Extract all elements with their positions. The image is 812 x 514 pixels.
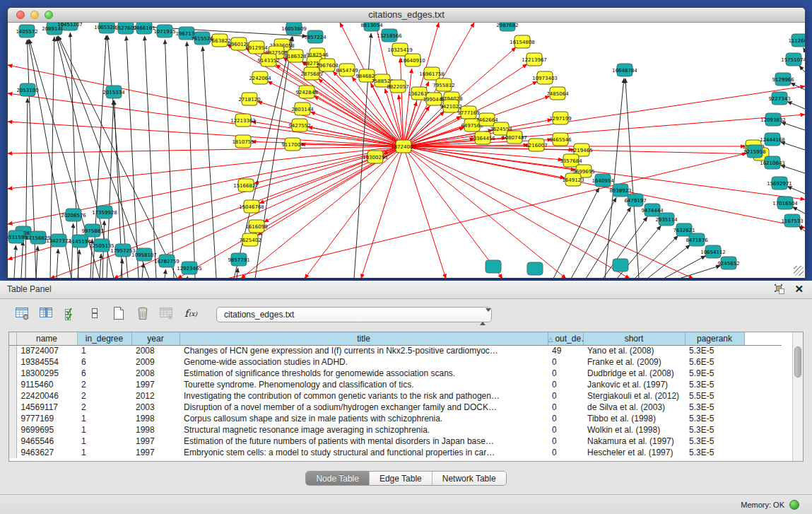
table-cell[interactable]: Disruption of a novel member of a sodium… xyxy=(180,402,548,413)
table-cell[interactable]: de Silva et al. (2003) xyxy=(583,402,685,413)
column-header-title[interactable]: title xyxy=(180,332,548,345)
table-cell[interactable]: 0 xyxy=(548,368,583,379)
table-cell[interactable]: 2 xyxy=(77,390,131,402)
table-cell[interactable]: Franke et al. (2009) xyxy=(583,356,685,368)
graph-node[interactable]: 17016504 xyxy=(772,197,798,209)
graph-node[interactable]: 15692971 xyxy=(767,177,792,189)
tab-edge-table[interactable]: Edge Table xyxy=(370,472,433,485)
table-row[interactable]: 2242004622012Investigating the contribut… xyxy=(9,390,782,402)
graph-node[interactable]: 9427552 xyxy=(288,119,310,132)
graph-node[interactable]: 7857224 xyxy=(304,30,326,43)
table-cell[interactable]: 1997 xyxy=(131,436,180,447)
table-cell[interactable]: 0 xyxy=(548,447,583,458)
table-cell[interactable]: 0 xyxy=(548,379,583,390)
graph-node[interactable]: 7485064 xyxy=(546,87,569,100)
table-cell[interactable]: 1998 xyxy=(131,424,180,436)
graph-node[interactable]: 9466161 xyxy=(133,23,155,34)
table-cell[interactable]: 9465546 xyxy=(16,436,77,447)
graph-node[interactable]: 8215958 xyxy=(743,145,765,158)
select-columns-icon[interactable] xyxy=(59,303,82,323)
table-cell[interactable]: Genome-wide association studies in ADHD. xyxy=(180,356,548,368)
table-cell[interactable]: 2008 xyxy=(131,345,180,356)
column-header-pagerank[interactable]: pagerank xyxy=(685,332,744,345)
table-cell[interactable]: 2003 xyxy=(131,402,180,413)
minimize-window-button[interactable] xyxy=(30,11,39,19)
graph-node[interactable]: 13218566 xyxy=(377,29,402,42)
table-row[interactable]: 1938455462009Genome-wide association stu… xyxy=(9,356,782,368)
table-cell[interactable]: 5.3E-5 xyxy=(685,345,744,356)
graph-node[interactable]: 16648784 xyxy=(612,64,637,76)
table-cell[interactable]: 5.3E-5 xyxy=(685,424,744,436)
table-cell[interactable]: 5.3E-5 xyxy=(685,413,744,424)
table-cell[interactable]: Corpus callosum shape and size in male p… xyxy=(180,413,548,424)
table-cell[interactable]: 5.3E-5 xyxy=(685,379,744,390)
table-cell[interactable]: 1 xyxy=(77,447,131,458)
table-cell[interactable]: Jankovic et al. (1997) xyxy=(583,379,685,390)
table-row[interactable]: 911546021997Tourette syndrome. Phenomeno… xyxy=(9,379,782,390)
table-cell[interactable]: Changes of HCN gene expression and I(f) … xyxy=(180,345,548,356)
graph-node[interactable]: 1167533 xyxy=(781,214,803,227)
table-cell[interactable]: 1 xyxy=(77,345,131,356)
table-cell[interactable]: Tourette syndrome. Phenomenology and cla… xyxy=(180,379,548,390)
graph-node[interactable]: 12213363 xyxy=(230,114,256,127)
graph-node[interactable]: 20206576 xyxy=(61,209,86,221)
table-cell[interactable]: 1 xyxy=(77,413,131,424)
table-cell[interactable]: 5.5E-5 xyxy=(685,390,744,402)
graph-node[interactable] xyxy=(486,260,501,273)
delete-trash-icon[interactable] xyxy=(131,303,154,323)
table-cell[interactable]: 9777169 xyxy=(16,413,77,424)
table-cell[interactable]: 0 xyxy=(548,402,583,413)
table-cell[interactable]: 18724007 xyxy=(16,345,77,356)
graph-node[interactable]: 8813054 xyxy=(360,23,383,31)
graph-node[interactable]: 9242848 xyxy=(295,86,317,98)
table-row[interactable]: 977716911998Corpus callosum shape and si… xyxy=(9,413,782,424)
table-cell[interactable]: 2012 xyxy=(131,390,180,402)
table-row[interactable]: 946362711997Embryonic stem cells: a mode… xyxy=(9,447,782,458)
graph-node[interactable]: 15166827 xyxy=(233,179,259,192)
network-graph-canvas[interactable]: 1872400723226058982750891433528186328918… xyxy=(8,23,805,278)
graph-node[interactable]: 8912954 xyxy=(245,41,268,54)
function-builder-icon[interactable]: f(x) xyxy=(180,303,202,323)
graph-node[interactable]: 8822057 xyxy=(387,80,408,93)
graph-node[interactable]: 1405572 xyxy=(16,25,37,37)
table-cell[interactable]: 6 xyxy=(77,368,131,379)
tab-network-table[interactable]: Network Table xyxy=(433,472,506,485)
table-cell[interactable]: 2 xyxy=(77,402,131,413)
table-cell[interactable]: Stergiakouli et al. (2012) xyxy=(583,390,685,402)
column-header-out-de-[interactable]: △out_de… xyxy=(548,332,583,345)
table-cell[interactable]: 5.3E-5 xyxy=(685,402,744,413)
table-row[interactable]: 1872400712008Changes of HCN gene express… xyxy=(9,345,782,356)
graph-node[interactable] xyxy=(613,259,628,271)
table-cell[interactable]: 9463627 xyxy=(16,447,77,458)
table-row[interactable]: 946554611997Estimation of the future num… xyxy=(9,436,782,447)
table-cell[interactable]: Structural magnetic resonance image aver… xyxy=(180,424,548,436)
graph-node[interactable]: 12923465 xyxy=(177,262,202,274)
graph-node[interactable]: 2015334 xyxy=(102,86,125,98)
table-cell[interactable]: 5.6E-5 xyxy=(685,356,744,368)
table-row[interactable]: 1456911722003Disruption of a novel membe… xyxy=(9,402,782,413)
graph-node[interactable]: 1810755 xyxy=(232,135,254,148)
close-panel-icon[interactable]: ✕ xyxy=(794,283,804,296)
table-select-dropdown[interactable]: citations_edges.txt xyxy=(216,307,492,322)
graph-node[interactable]: 9245652 xyxy=(717,257,739,269)
table-cell[interactable]: 1997 xyxy=(131,447,180,458)
graph-node[interactable]: 12213967 xyxy=(522,53,547,66)
graph-node[interactable] xyxy=(527,262,543,275)
graph-node[interactable]: 18300295 xyxy=(363,151,388,163)
new-file-icon[interactable] xyxy=(107,303,130,323)
table-cell[interactable]: Estimation of the future numbers of pati… xyxy=(180,436,548,447)
table-cell[interactable]: Estimation of significance thresholds fo… xyxy=(180,368,548,379)
network-window-titlebar[interactable]: citations_edges.txt xyxy=(8,8,805,23)
graph-node[interactable]: 9143352 xyxy=(257,54,279,66)
table-cell[interactable]: 0 xyxy=(548,436,583,447)
table-cell[interactable]: 1 xyxy=(77,436,131,447)
row-height-icon[interactable] xyxy=(83,303,106,323)
graph-node[interactable]: 1616099 xyxy=(245,220,267,233)
table-cell[interactable]: 2 xyxy=(77,379,131,390)
table-cell[interactable]: 19384554 xyxy=(16,356,77,368)
graph-node[interactable]: 6479197 xyxy=(624,194,646,206)
table-cell[interactable]: 0 xyxy=(548,390,583,402)
graph-node[interactable]: 6216007 xyxy=(525,139,547,151)
graph-node[interactable]: 8454749 xyxy=(336,64,358,76)
graph-node[interactable]: 9857791 xyxy=(228,253,249,266)
